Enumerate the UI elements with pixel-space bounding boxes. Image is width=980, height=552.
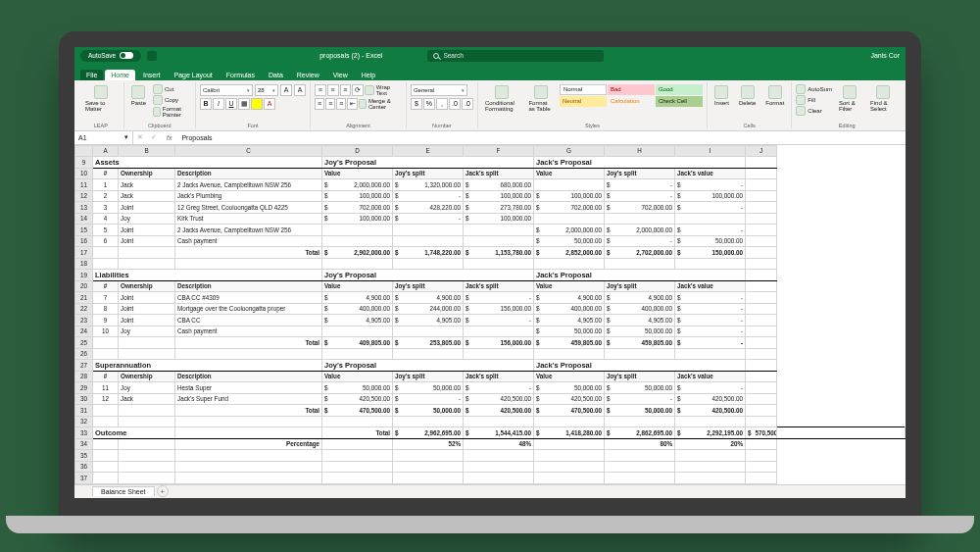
cell[interactable] xyxy=(746,213,777,225)
cell[interactable]: 5 xyxy=(93,225,119,236)
cell[interactable] xyxy=(464,326,534,337)
increase-font-button[interactable]: A xyxy=(280,84,292,96)
cell[interactable] xyxy=(675,258,746,270)
cell[interactable]: 156,000.00 xyxy=(464,303,534,315)
cell[interactable]: 150,000.00 xyxy=(675,247,746,259)
cell[interactable]: Jack's split xyxy=(464,280,534,292)
row-header[interactable]: 23 xyxy=(75,315,93,326)
cell[interactable] xyxy=(322,258,393,270)
cell[interactable]: Value xyxy=(534,371,605,382)
cell[interactable] xyxy=(746,393,777,405)
cell[interactable]: Total xyxy=(175,247,322,259)
tab-view[interactable]: View xyxy=(327,70,354,80)
cell[interactable]: 4,900.00 xyxy=(393,292,464,304)
cell[interactable]: 4,900.00 xyxy=(534,292,605,304)
cell[interactable] xyxy=(464,348,534,360)
cell[interactable]: 11 xyxy=(93,382,119,394)
cell[interactable]: Jack's value xyxy=(675,168,746,179)
cell[interactable]: 253,805.00 xyxy=(393,337,464,349)
row-header[interactable]: 32 xyxy=(75,416,93,427)
cell[interactable]: 100,000.00 xyxy=(322,190,393,202)
cell[interactable]: 2,000,000.00 xyxy=(605,225,675,236)
wrap-text-button[interactable]: Wrap Text xyxy=(365,84,402,96)
cell[interactable]: 4,905.00 xyxy=(393,315,464,326)
cell[interactable]: # xyxy=(93,280,119,292)
cell[interactable]: 2,000,000.00 xyxy=(322,179,393,191)
autosave-toggle[interactable]: AutoSave xyxy=(80,50,141,62)
cell[interactable]: 4,905.00 xyxy=(322,315,393,326)
cell[interactable] xyxy=(93,461,119,473)
cell[interactable]: 702,000.00 xyxy=(322,202,393,214)
cell[interactable] xyxy=(675,416,746,427)
worksheet[interactable]: A B C D E F G H I J 9AssetsJoy's Proposa… xyxy=(74,145,906,484)
cell[interactable]: Joy's Proposal xyxy=(322,157,534,169)
cell[interactable]: Mortgage over the Cooloongatta proper xyxy=(175,303,322,315)
cell[interactable] xyxy=(175,416,322,427)
cell[interactable]: 50,000.00 xyxy=(605,382,675,394)
cell[interactable]: Joy's Proposal xyxy=(322,270,534,281)
align-left-button[interactable]: ≡ xyxy=(315,98,324,110)
cell[interactable]: - xyxy=(675,225,746,236)
font-family-select[interactable]: Calibri▾ xyxy=(200,84,253,96)
cell[interactable] xyxy=(605,213,675,225)
cell[interactable]: 2,862,695.00 xyxy=(605,427,675,439)
cell[interactable] xyxy=(393,416,464,427)
cell[interactable]: 4,905.00 xyxy=(534,315,605,326)
delete-cells-button[interactable]: Delete xyxy=(736,84,759,107)
cell[interactable]: 50,000.00 xyxy=(322,382,393,394)
cell[interactable] xyxy=(119,247,175,259)
cell[interactable] xyxy=(746,303,777,315)
row-header[interactable]: 19 xyxy=(75,270,93,281)
cell[interactable]: Joint xyxy=(119,202,175,214)
cell[interactable]: 400,000.00 xyxy=(322,303,393,315)
save-to-matter-button[interactable]: Save to Matter xyxy=(82,84,120,113)
cell[interactable]: 2,962,695.00 xyxy=(393,427,464,439)
cell[interactable]: Jack's split xyxy=(464,168,534,179)
cell[interactable]: - xyxy=(675,292,746,304)
cell[interactable] xyxy=(746,190,777,202)
cell[interactable] xyxy=(746,247,777,259)
dec-decimal-button[interactable]: .0 xyxy=(462,98,473,110)
cell[interactable]: Kirk Trust xyxy=(175,213,322,225)
cell[interactable]: Liabilities xyxy=(93,270,322,281)
cell[interactable]: Joy's split xyxy=(605,168,675,179)
cell[interactable]: Outcome xyxy=(93,427,175,439)
cell[interactable] xyxy=(746,179,777,191)
cell[interactable]: 1,153,780.00 xyxy=(464,247,534,259)
cell[interactable]: 7 xyxy=(93,292,119,304)
cell[interactable]: Ownership xyxy=(119,371,175,382)
tab-formulas[interactable]: Formulas xyxy=(220,70,261,80)
cell[interactable] xyxy=(675,461,746,473)
cell[interactable]: 100,000.00 xyxy=(464,190,534,202)
orientation-button[interactable]: ⟳ xyxy=(352,84,364,96)
cell[interactable]: - xyxy=(675,337,746,349)
tab-insert[interactable]: Insert xyxy=(137,70,167,80)
cell[interactable]: 50,000.00 xyxy=(534,326,605,337)
cell[interactable]: 20% xyxy=(675,438,746,450)
cell[interactable]: 100,000.00 xyxy=(322,213,393,225)
cell[interactable]: 400,000.00 xyxy=(534,303,605,315)
cell[interactable]: 400,000.00 xyxy=(605,303,675,315)
paste-button[interactable]: Paste xyxy=(128,84,149,107)
cell[interactable] xyxy=(534,416,605,427)
tab-file[interactable]: File xyxy=(80,70,103,80)
cell[interactable]: Superannuation xyxy=(93,360,322,372)
cell[interactable]: 470,500.00 xyxy=(322,405,393,417)
conditional-formatting-button[interactable]: Conditional Formatting xyxy=(482,84,522,113)
cell[interactable]: Description xyxy=(175,168,322,179)
cell[interactable]: Jack's Super Fund xyxy=(175,393,322,405)
cell[interactable]: Value xyxy=(322,168,393,179)
cell[interactable] xyxy=(746,348,777,360)
cell[interactable]: 420,500.00 xyxy=(534,393,605,405)
font-size-select[interactable]: 28▾ xyxy=(255,84,278,96)
cell[interactable]: 2,902,000.00 xyxy=(322,247,393,259)
sheet-tab-balance-sheet[interactable]: Balance Sheet xyxy=(92,486,155,496)
cell[interactable] xyxy=(534,179,605,191)
cell[interactable] xyxy=(746,280,777,292)
cell[interactable] xyxy=(675,213,746,225)
cell[interactable] xyxy=(119,258,175,270)
merge-center-button[interactable]: Merge & Center xyxy=(359,98,402,110)
save-icon[interactable] xyxy=(147,51,157,61)
enter-icon[interactable]: ✓ xyxy=(147,133,161,141)
cell[interactable] xyxy=(119,438,175,450)
